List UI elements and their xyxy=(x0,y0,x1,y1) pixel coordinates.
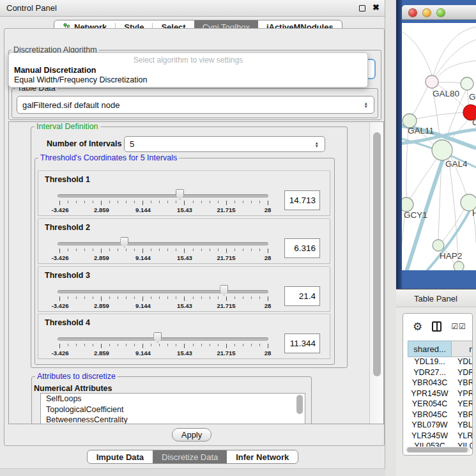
settings-scrollpane: Interval Definition Number of Intervals … xyxy=(8,121,384,424)
node-label-h: H xyxy=(472,208,476,218)
node-hap2[interactable] xyxy=(433,240,444,251)
right-region: GAL80 GA C GAL11 GAL4 GCY1 H HAP2 Table … xyxy=(396,0,476,476)
threshold-1-panel: Threshold 1 -3.4262.8599.14415.4321.7152… xyxy=(38,171,330,216)
combo-arrows-icon: ▲▼ xyxy=(315,141,319,148)
threshold-2-slider-track[interactable] xyxy=(58,242,268,245)
slider-ticks xyxy=(59,201,268,205)
control-panel-titlebar: Control Panel ✖ xyxy=(0,0,385,17)
threshold-1-slider-track[interactable] xyxy=(58,194,268,197)
threshold-2-label: Threshold 2 xyxy=(45,223,90,232)
node-partial[interactable] xyxy=(454,261,464,270)
dropdown-item-manual-discretization[interactable]: Manual Discretization xyxy=(9,65,367,75)
table-row[interactable]: YBR043CYBR0 xyxy=(408,378,473,389)
tab-infer-network[interactable]: Infer Network xyxy=(227,450,298,463)
threshold-4-slider-handle[interactable] xyxy=(153,332,162,343)
combo-arrows-icon: ▲▼ xyxy=(364,102,368,108)
threshold-3-label: Threshold 3 xyxy=(45,271,90,280)
number-of-intervals-combobox[interactable]: 5 ▲▼ xyxy=(124,136,325,152)
panel-title: Control Panel xyxy=(6,3,57,13)
list-scrollbar[interactable] xyxy=(296,395,303,423)
table-row[interactable]: YDL19...YDL1 xyxy=(408,357,473,368)
algorithm-dropdown-popup: Select algorithm to view settings Manual… xyxy=(8,52,368,88)
slider-ticks xyxy=(59,296,268,301)
table-row[interactable]: YDR27...YDR2 xyxy=(408,368,473,379)
table-header-row: shared... na xyxy=(408,341,473,357)
node-gal4[interactable] xyxy=(432,140,452,160)
slider-ticks xyxy=(59,344,268,348)
list-item[interactable]: BetweennessCentrality xyxy=(41,415,305,424)
node-label-gal11: GAL11 xyxy=(408,126,434,135)
table-row[interactable]: YER054CYER0 xyxy=(408,399,473,410)
number-of-intervals-label: Number of Intervals xyxy=(47,139,121,148)
node-gcy1[interactable] xyxy=(402,197,413,211)
table-row[interactable]: YPR145WYPR1 xyxy=(408,389,473,400)
node-label-gal4: GAL4 xyxy=(445,159,468,169)
threshold-2-slider-handle[interactable] xyxy=(120,237,128,248)
interval-definition-label: Interval Definition xyxy=(35,122,100,131)
thresholds-group-label: Threshold's Coordinates for 5 Intervals xyxy=(38,153,179,162)
node-label-hap2: HAP2 xyxy=(440,251,462,261)
table-data-combobox[interactable]: galFiltered.sif default node ▲▼ xyxy=(17,96,374,114)
node-label-gcy1: GCY1 xyxy=(404,210,427,220)
threshold-1-value-field[interactable]: 14.713 xyxy=(284,190,320,210)
bottom-strip xyxy=(0,468,385,476)
bottom-tab-bar: Impute Data Discretize Data Infer Networ… xyxy=(0,450,385,464)
threshold-4-value-field[interactable]: 11.344 xyxy=(284,334,320,353)
apply-button[interactable]: Apply xyxy=(172,428,211,441)
tab-discretize-data[interactable]: Discretize Data xyxy=(153,450,227,463)
list-item[interactable]: TopologicalCoefficient xyxy=(41,404,305,415)
table-panel-title: Table Panel xyxy=(414,294,457,303)
dropdown-prompt: Select algorithm to view settings xyxy=(9,53,367,65)
table-data-value: galFiltered.sif default node xyxy=(22,100,119,110)
table-row[interactable]: YBL079WYBL0 xyxy=(408,420,473,431)
column-header-name[interactable]: na xyxy=(452,341,473,357)
list-item[interactable]: SelfLoops xyxy=(41,394,305,404)
select-columns-icon[interactable]: ☑☑ xyxy=(451,322,466,331)
attributes-group-label: Attributes to discretize xyxy=(35,372,118,381)
threshold-3-slider-track[interactable] xyxy=(58,290,268,293)
threshold-4-slider-track[interactable] xyxy=(58,337,268,341)
control-panel: Control Panel ✖ Network Style Select Cyn… xyxy=(0,0,385,476)
node-label-c: C xyxy=(472,118,476,127)
table-panel-titlebar: Table Panel xyxy=(396,289,476,307)
columns-icon[interactable] xyxy=(432,321,441,332)
node-ga[interactable] xyxy=(461,77,473,90)
node-label-gal80: GAL80 xyxy=(433,89,459,98)
gear-icon[interactable]: ⚙ xyxy=(413,320,422,334)
threshold-4-panel: Threshold 4 -3.4262.8599.14415.4321.7152… xyxy=(38,314,330,359)
threshold-2-panel: Threshold 2 -3.4262.8599.14415.4321.7152… xyxy=(38,219,330,264)
node-label-ga: GA xyxy=(469,92,476,102)
close-icon[interactable]: ✖ xyxy=(372,3,380,12)
close-traffic-light-icon[interactable] xyxy=(409,9,417,17)
table-panel-card: ⚙ ☑☑ shared... na YDL19...YDL1 YDR27...Y… xyxy=(403,313,473,456)
desktop-background xyxy=(396,0,402,289)
network-graph: GAL80 GA C GAL11 GAL4 GCY1 H HAP2 xyxy=(402,23,476,270)
zoom-traffic-light-icon[interactable] xyxy=(437,9,445,17)
threshold-2-value-field[interactable]: 6.316 xyxy=(284,238,320,258)
table-toolbar: ⚙ ☑☑ xyxy=(403,314,472,339)
number-of-intervals-value: 5 xyxy=(130,139,134,149)
settings-vertical-scrollbar[interactable] xyxy=(369,122,383,424)
column-header-shared-name[interactable]: shared... xyxy=(408,341,452,357)
threshold-3-slider-handle[interactable] xyxy=(220,285,228,296)
table-row[interactable]: YBR045CYBR0 xyxy=(408,410,473,421)
slider-ticks xyxy=(59,249,268,253)
numerical-attributes-label: Numerical Attributes xyxy=(34,384,112,393)
threshold-3-value-field[interactable]: 21.4 xyxy=(284,286,320,306)
table-row[interactable]: YLR345WYLR3 xyxy=(408,431,473,442)
threshold-3-panel: Threshold 3 -3.4262.8599.14415.4321.7152… xyxy=(38,266,330,312)
threshold-1-slider-handle[interactable] xyxy=(176,189,184,200)
threshold-1-label: Threshold 1 xyxy=(45,175,90,184)
node-table: shared... na YDL19...YDL1 YDR27...YDR2 Y… xyxy=(408,341,473,452)
node-gal80[interactable] xyxy=(426,75,438,88)
network-window-titlebar[interactable] xyxy=(402,5,476,20)
minimize-traffic-light-icon[interactable] xyxy=(423,9,431,17)
network-canvas[interactable]: GAL80 GA C GAL11 GAL4 GCY1 H HAP2 xyxy=(402,23,476,270)
dropdown-item-equal-width-frequency[interactable]: Equal Width/Frequency Discretization xyxy=(9,75,367,85)
table-horizontal-scrollbar[interactable] xyxy=(406,447,470,453)
float-window-icon[interactable] xyxy=(359,5,365,12)
numerical-attributes-list: SelfLoops TopologicalCoefficient Between… xyxy=(40,393,305,424)
threshold-4-label: Threshold 4 xyxy=(45,318,90,327)
tab-impute-data[interactable]: Impute Data xyxy=(88,450,153,463)
